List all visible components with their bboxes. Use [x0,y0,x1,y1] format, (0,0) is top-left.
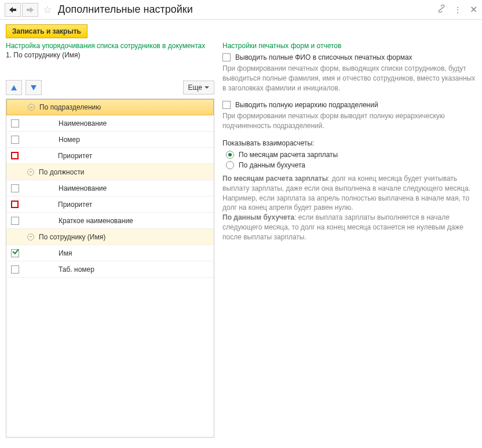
more-button[interactable]: Еще [183,81,214,94]
tree-item[interactable]: Приоритет [6,148,214,164]
right-section-heading: Настройки печатных форм и отчетов [222,42,476,50]
nav-forward-button[interactable] [22,3,38,17]
radio-by-months[interactable]: По месяцам расчета зарплаты [226,151,476,159]
option-description: При формировании печатных форм выводит п… [222,111,476,131]
checkbox[interactable] [11,217,19,225]
move-down-button[interactable] [25,80,42,95]
kebab-menu-icon[interactable]: ⋮ [454,5,462,14]
chevron-down-icon [205,86,209,89]
titlebar: ☆ Дополнительные настройки ⋮ ✕ [0,0,482,20]
tree-group-position[interactable]: − По должности [6,164,214,180]
tree-group-employee[interactable]: − По сотруднику (Имя) [6,229,214,245]
checkbox-required[interactable] [11,201,19,208]
close-icon[interactable]: ✕ [470,4,477,15]
order-summary: 1. По сотруднику (Имя) [6,51,214,59]
tree-item[interactable]: Таб. номер [6,261,214,278]
option-label: Выводить полные ФИО в списочных печатных… [235,53,412,61]
checkbox[interactable] [11,136,19,144]
checkbox[interactable] [11,265,19,274]
checkbox[interactable] [11,119,19,128]
arrow-down-icon [31,85,36,90]
collapse-icon[interactable]: − [27,169,34,176]
tree-item[interactable]: Наименование [6,180,214,196]
checkbox[interactable] [11,184,19,192]
move-up-button[interactable] [6,80,22,95]
more-button-label: Еще [188,83,202,92]
save-and-close-button[interactable]: Записать и закрыть [6,24,87,38]
left-section-heading: Настройка упорядочивания списка сотрудни… [6,42,214,50]
checkbox-checked[interactable] [11,249,19,257]
checkbox-full-fio[interactable] [222,53,231,61]
link-icon[interactable] [437,5,446,14]
nav-back-button[interactable] [5,3,21,17]
tree-item[interactable]: Наименование [6,115,214,132]
favorite-star-icon[interactable]: ☆ [41,3,54,17]
arrow-up-icon [11,85,17,90]
tree-item[interactable]: Номер [6,132,214,148]
checkbox-required[interactable] [11,152,19,159]
window-title: Дополнительные настройки [57,3,437,16]
radio-label: По месяцам расчета зарплаты [239,151,338,159]
explanation-text: По месяцам расчета зарплаты: долг на кон… [222,174,476,242]
collapse-icon[interactable]: − [28,104,35,111]
option-description: При формировании печатных форм, выводящи… [222,64,476,93]
tree-item[interactable]: Краткое наименование [6,213,214,229]
radio-by-accounting[interactable]: По данным бухучета [226,161,476,169]
radio-label: По данным бухучета [239,161,305,169]
toolbar: Записать и закрыть [0,20,482,42]
tree-item[interactable]: Имя [6,245,214,261]
tree-group-department[interactable]: − По подразделению [6,99,214,115]
radio-icon [226,161,234,169]
radio-icon [226,151,234,159]
mutual-settlements-label: Показывать взаиморасчеты: [222,139,476,147]
sort-tree[interactable]: − По подразделению Наименование Номер Пр… [6,99,214,438]
tree-item[interactable]: Приоритет [6,196,214,213]
checkbox-full-hierarchy[interactable] [222,101,231,109]
collapse-icon[interactable]: − [27,234,34,241]
option-label: Выводить полную иерархию подразделений [235,101,378,109]
